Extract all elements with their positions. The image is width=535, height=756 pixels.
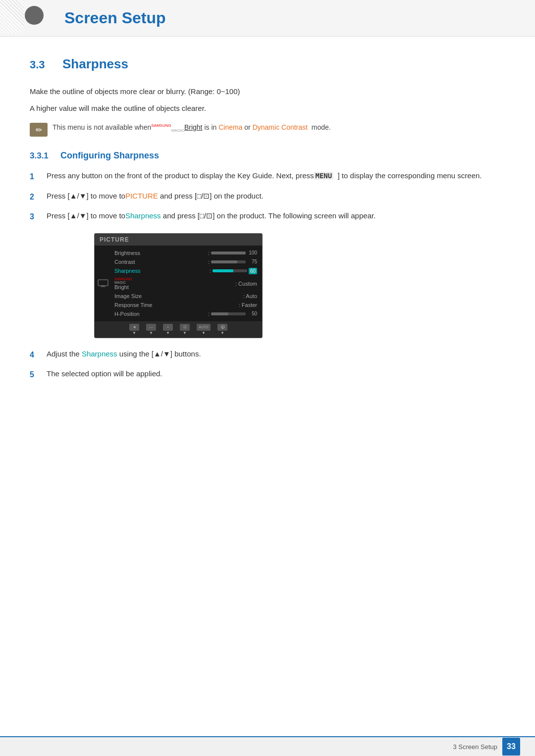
footer-btn-plus: + ▼ bbox=[163, 324, 173, 335]
label-brightness: Brightness bbox=[114, 250, 159, 256]
label-contrast: Contrast bbox=[114, 259, 159, 265]
page-header: Screen Setup bbox=[0, 0, 535, 37]
value-contrast: : 75 bbox=[208, 259, 257, 265]
colon-contrast: : bbox=[208, 259, 210, 265]
colon-brightness: : bbox=[208, 250, 210, 256]
bar-fill-contrast bbox=[211, 260, 237, 263]
page-footer: 3 Screen Setup 33 bbox=[0, 736, 535, 756]
menu-body: Brightness : 100 Contrast bbox=[95, 246, 262, 321]
header-hash-decoration bbox=[0, 0, 24, 34]
subsection-number: 3.3.1 bbox=[30, 151, 55, 161]
step-3: 3 Press [▲/▼] to move toSharpness and pr… bbox=[30, 210, 505, 223]
val-h-position: 50 bbox=[247, 311, 257, 316]
step-2: 2 Press [▲/▼] to move toPICTURE and pres… bbox=[30, 190, 505, 203]
note-box: This menu is not available whenSAMSUNGMA… bbox=[30, 122, 505, 137]
monitor-footer: ◄ ▼ — ▼ + ▼ ⊡ ▼ AUTO ▼ bbox=[95, 321, 262, 338]
step-text-1: Press any button on the front of the pro… bbox=[47, 170, 505, 182]
menu-row-contrast: Contrast : 75 bbox=[111, 257, 260, 266]
step-5: 5 The selected option will be applied. bbox=[30, 368, 505, 381]
svg-rect-0 bbox=[98, 280, 108, 286]
step-text-3: Press [▲/▼] to move toSharpness and pres… bbox=[47, 210, 505, 222]
menu-row-response-time: Response Time : Faster bbox=[111, 301, 260, 309]
label-image-size: Image Size bbox=[114, 293, 159, 299]
note-text: This menu is not available whenSAMSUNGMA… bbox=[53, 122, 331, 134]
footer-btn-enter: ⊡ ▼ bbox=[180, 324, 190, 335]
description-1: Make the outline of objects more clear o… bbox=[30, 86, 505, 98]
bar-fill-h-position bbox=[211, 312, 228, 315]
value-sharpness: : 60 bbox=[210, 268, 257, 274]
step-4: 4 Adjust the Sharpness using the [▲/▼] b… bbox=[30, 348, 505, 361]
footer-btn-auto: AUTO ▼ bbox=[197, 324, 211, 335]
footer-page-number: 33 bbox=[502, 738, 520, 756]
description-2: A higher value will make the outline of … bbox=[30, 102, 505, 114]
bar-fill-sharpness bbox=[213, 269, 233, 272]
section-number: 3.3 bbox=[30, 58, 54, 71]
menu-row-sharpness: Sharpness : 60 bbox=[111, 266, 260, 276]
chapter-icon bbox=[25, 6, 44, 25]
footer-btn-power: ⏻ ▼ bbox=[217, 324, 227, 335]
footer-btn-back: ◄ ▼ bbox=[129, 324, 139, 335]
step-text-2: Press [▲/▼] to move toPICTURE and press … bbox=[47, 190, 505, 202]
step-num-3: 3 bbox=[30, 210, 43, 223]
label-samsung-bright: SAMSUNG MAGIC Bright bbox=[114, 277, 159, 290]
step-num-4: 4 bbox=[30, 348, 43, 361]
key-menu: MENU bbox=[314, 172, 333, 180]
value-response-time: : Faster bbox=[239, 302, 257, 308]
menu-row-samsung-bright: SAMSUNG MAGIC Bright : Custom bbox=[111, 276, 260, 292]
subsection-heading: 3.3.1 Configuring Sharpness bbox=[30, 151, 505, 161]
menu-row-h-position: H-Position : 50 bbox=[111, 309, 260, 318]
val-contrast: 75 bbox=[247, 259, 257, 264]
main-content: 3.3 Sharpness Make the outline of object… bbox=[0, 37, 535, 428]
note-icon bbox=[30, 123, 48, 137]
section-title: Sharpness bbox=[62, 56, 128, 72]
page-title: Screen Setup bbox=[64, 9, 166, 27]
value-h-position: : 50 bbox=[208, 311, 257, 317]
highlight-sharpness-4: Sharpness bbox=[82, 350, 117, 358]
value-samsung-bright: : Custom bbox=[235, 281, 257, 287]
samsung-magic-label: SAMSUNG MAGIC bbox=[114, 277, 159, 284]
label-sharpness: Sharpness bbox=[114, 268, 159, 274]
bar-fill-brightness bbox=[211, 252, 246, 254]
highlight-sharpness-3: Sharpness bbox=[125, 211, 161, 220]
svg-rect-2 bbox=[101, 287, 106, 287]
step-text-4: Adjust the Sharpness using the [▲/▼] but… bbox=[47, 348, 505, 360]
val-sharpness: 60 bbox=[249, 268, 257, 274]
val-brightness: 100 bbox=[247, 250, 257, 255]
monitor-inner: PICTURE Brightness : bbox=[95, 234, 262, 338]
menu-items-list: Brightness : 100 Contrast bbox=[109, 249, 262, 318]
step-num-5: 5 bbox=[30, 368, 43, 381]
label-h-position: H-Position bbox=[114, 311, 159, 317]
subsection-title: Configuring Sharpness bbox=[60, 151, 159, 161]
menu-row-image-size: Image Size : Auto bbox=[111, 292, 260, 301]
monitor-icon bbox=[95, 249, 109, 318]
menu-row-brightness: Brightness : 100 bbox=[111, 249, 260, 257]
footer-btn-minus: — ▼ bbox=[146, 324, 156, 335]
highlight-picture: PICTURE bbox=[125, 192, 158, 200]
step-text-5: The selected option will be applied. bbox=[47, 368, 505, 380]
bar-brightness bbox=[211, 252, 246, 254]
label-response-time: Response Time bbox=[114, 302, 159, 308]
step-1: 1 Press any button on the front of the p… bbox=[30, 170, 505, 183]
footer-section-label: 3 Screen Setup bbox=[453, 743, 497, 751]
steps-list-2: 4 Adjust the Sharpness using the [▲/▼] b… bbox=[30, 348, 505, 381]
bar-h-position bbox=[211, 312, 246, 315]
steps-list: 1 Press any button on the front of the p… bbox=[30, 170, 505, 223]
monitor-screenshot: PICTURE Brightness : bbox=[94, 233, 263, 338]
value-image-size: : Auto bbox=[243, 293, 257, 299]
section-heading: 3.3 Sharpness bbox=[30, 56, 505, 72]
step-num-2: 2 bbox=[30, 190, 43, 203]
colon-sharpness: : bbox=[210, 268, 211, 274]
bar-sharpness bbox=[213, 269, 247, 272]
menu-header: PICTURE bbox=[95, 234, 262, 246]
bar-contrast bbox=[211, 260, 246, 263]
value-brightness: : 100 bbox=[208, 250, 257, 256]
step-num-1: 1 bbox=[30, 170, 43, 183]
